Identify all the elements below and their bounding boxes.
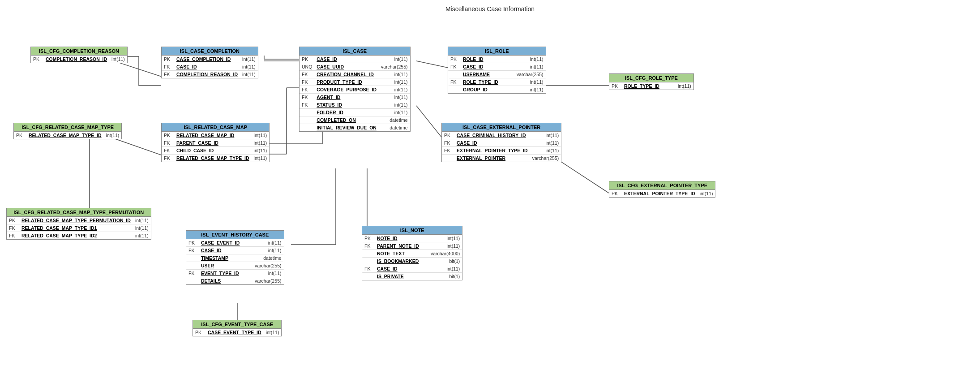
col-key: FK — [162, 71, 174, 78]
col-name: CASE_ID — [375, 265, 428, 273]
table-row: FKCASE_IDint(11) — [442, 139, 561, 147]
col-type: int(11) — [379, 109, 410, 116]
col-type: varchar(255) — [252, 277, 284, 285]
table-row: FKRELATED_CASE_MAP_TYPE_IDint(11) — [162, 155, 269, 162]
col-name: ROLE_ID — [461, 56, 514, 63]
table-row: FKPARENT_CASE_IDint(11) — [162, 139, 269, 147]
col-key: PK — [14, 132, 26, 139]
col-name: IS_PRIVATE — [375, 273, 428, 280]
col-name: IS_BOOKMARKED — [375, 258, 428, 265]
col-type: varchar(255) — [252, 262, 284, 270]
table-isl_cfg_related_case_map_type: ISL_CFG_RELATED_CASE_MAP_TYPEPKRELATED_C… — [13, 123, 122, 139]
col-type: int(11) — [252, 270, 284, 277]
col-key — [186, 254, 199, 262]
table-row: PKCASE_CRIMINAL_HISTORY_IDint(11) — [442, 132, 561, 139]
table-row: FKCASE_IDint(11) — [362, 265, 462, 273]
col-name: TIMESTAMP — [199, 254, 252, 262]
table-row: PKROLE_IDint(11) — [448, 56, 546, 63]
col-key: PK — [362, 235, 375, 242]
table-row: PKRELATED_CASE_MAP_TYPE_PERMUTATION_IDin… — [7, 217, 151, 224]
table-isl_case_completion: ISL_CASE_COMPLETIONPKCASE_COMPLETION_IDi… — [161, 47, 258, 78]
col-type: varchar(255) — [530, 155, 561, 162]
col-key — [300, 124, 314, 132]
col-type: int(11) — [379, 56, 410, 63]
table-row: FOLDER_IDint(11) — [300, 109, 410, 116]
col-name: RELATED_CASE_MAP_TYPE_ID — [26, 132, 104, 139]
col-type: int(11) — [514, 56, 546, 63]
col-name: COMPLETION_REASON_ID — [43, 56, 109, 63]
col-name: PRODUCT_TYPE_ID — [314, 78, 379, 86]
svg-line-13 — [416, 106, 441, 137]
col-key: PK — [300, 56, 314, 63]
col-key: PK — [7, 217, 19, 224]
table-row: INITIAL_REVIEW_DUE_ONdatetime — [300, 124, 410, 132]
table-row: PKRELATED_CASE_MAP_IDint(11) — [162, 132, 269, 139]
col-type: varchar(255) — [514, 71, 546, 78]
col-name: INITIAL_REVIEW_DUE_ON — [314, 124, 379, 132]
col-name: CASE_ID — [454, 139, 530, 147]
col-key: FK — [362, 242, 375, 250]
col-key: PK — [162, 132, 174, 139]
col-key: PK — [31, 56, 43, 63]
table-isl_case: ISL_CASEPKCASE_IDint(11)UNQCASE_UUIDvarc… — [299, 47, 411, 132]
col-type: int(11) — [379, 86, 410, 94]
col-type: int(11) — [252, 132, 270, 139]
table-header-isl_cfg_related_case_map_type: ISL_CFG_RELATED_CASE_MAP_TYPE — [14, 123, 121, 132]
col-key: PK — [186, 239, 199, 247]
table-row: FKCASE_IDint(11) — [162, 63, 258, 71]
col-name: CASE_COMPLETION_ID — [174, 56, 240, 63]
table-row: USERNAMEvarchar(255) — [448, 71, 546, 78]
col-key — [442, 155, 454, 162]
col-name: NOTE_ID — [375, 235, 428, 242]
col-name: GROUP_ID — [461, 86, 514, 94]
col-key — [362, 250, 375, 258]
col-key — [362, 258, 375, 265]
col-name: CASE_ID — [461, 63, 514, 71]
table-row: FKSTATUS_IDint(11) — [300, 101, 410, 109]
table-header-isl_cfg_external_pointer_type: ISL_CFG_EXTERNAL_POINTER_TYPE — [609, 181, 715, 190]
col-key: PK — [609, 82, 622, 90]
col-type: int(11) — [240, 71, 258, 78]
table-row: FKCREATION_CHANNEL_IDint(11) — [300, 71, 410, 78]
col-name: ROLE_TYPE_ID — [461, 78, 514, 86]
col-key: FK — [300, 78, 314, 86]
col-key: FK — [186, 247, 199, 254]
table-isl_role: ISL_ROLEPKROLE_IDint(11)FKCASE_IDint(11)… — [448, 47, 546, 94]
table-isl_cfg_completion_reason: ISL_CFG_COMPLETION_REASONPKCOMPLETION_RE… — [30, 47, 128, 63]
table-row: PKCASE_EVENT_TYPE_IDint(11) — [193, 329, 281, 336]
col-key: FK — [300, 94, 314, 101]
col-key: FK — [300, 101, 314, 109]
table-isl_cfg_external_pointer_type: ISL_CFG_EXTERNAL_POINTER_TYPEPKEXTERNAL_… — [609, 181, 715, 198]
col-key: FK — [162, 63, 174, 71]
col-type: int(11) — [240, 56, 258, 63]
table-row: IS_BOOKMARKEDbit(1) — [362, 258, 462, 265]
table-row: GROUP_IDint(11) — [448, 86, 546, 94]
table-isl_cfg_event_type_case: ISL_CFG_EVENT_TYPE_CASEPKCASE_EVENT_TYPE… — [193, 320, 282, 336]
col-name: COMPLETION_REASON_ID — [174, 71, 240, 78]
col-type: int(11) — [379, 101, 410, 109]
col-type: int(11) — [379, 78, 410, 86]
col-name: RELATED_CASE_MAP_ID — [174, 132, 252, 139]
table-row: FKAGENT_IDint(11) — [300, 94, 410, 101]
col-name: NOTE_TEXT — [375, 250, 428, 258]
table-row: EXTERNAL_POINTERvarchar(255) — [442, 155, 561, 162]
table-row: PKCOMPLETION_REASON_IDint(11) — [31, 56, 127, 63]
col-name: EXTERNAL_POINTER_TYPE_ID — [454, 147, 530, 155]
col-type: int(11) — [252, 155, 270, 162]
col-type: varchar(255) — [379, 63, 410, 71]
table-header-isl_note: ISL_NOTE — [362, 226, 462, 235]
col-name: CASE_UUID — [314, 63, 379, 71]
col-name: RELATED_CASE_MAP_TYPE_ID2 — [19, 232, 133, 240]
col-type: int(11) — [676, 82, 693, 90]
table-row: PKCASE_IDint(11) — [300, 56, 410, 63]
table-isl_cfg_related_case_map_type_permutation: ISL_CFG_RELATED_CASE_MAP_TYPE_PERMUTATIO… — [6, 208, 151, 240]
col-name: CASE_EVENT_TYPE_ID — [205, 329, 264, 336]
table-row: FKRELATED_CASE_MAP_TYPE_ID2int(11) — [7, 232, 151, 240]
table-row: FKCOMPLETION_REASON_IDint(11) — [162, 71, 258, 78]
col-type: int(11) — [514, 63, 546, 71]
col-name: CHILD_CASE_ID — [174, 147, 252, 155]
col-type: int(11) — [428, 235, 462, 242]
col-type: datetime — [379, 116, 410, 124]
col-type: int(11) — [252, 239, 284, 247]
col-name: PARENT_NOTE_ID — [375, 242, 428, 250]
